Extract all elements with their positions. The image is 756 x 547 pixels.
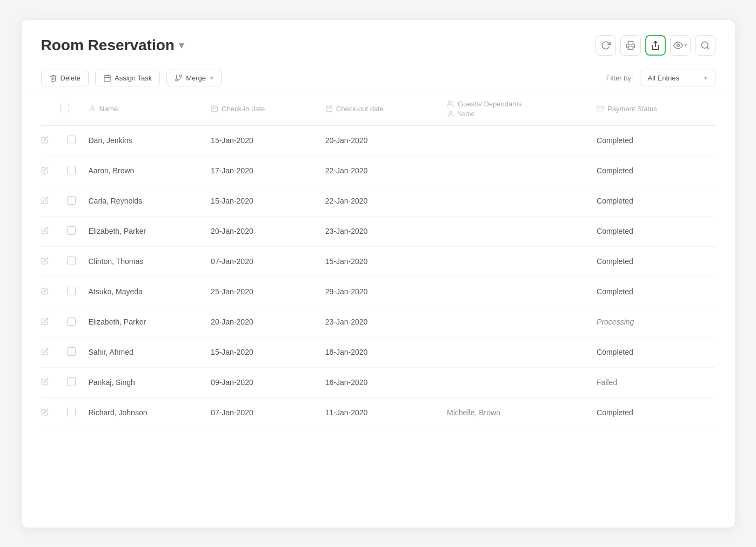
name-cell: Sahir, Ahmed [82,337,205,367]
guests-cell [440,337,590,367]
svg-rect-5 [104,75,110,81]
filter-select[interactable]: All Entries ▾ [640,70,715,86]
checkbox-cell[interactable] [61,307,82,337]
payment-cell: Failed [590,367,715,397]
checkin-cell: 17-Jan-2020 [204,156,319,186]
checkbox-cell[interactable] [61,337,82,367]
delete-button[interactable]: Delete [41,70,89,86]
edit-cell[interactable] [41,125,61,156]
checkbox-cell[interactable] [61,397,82,428]
svg-rect-0 [628,46,633,49]
assign-task-label: Assign Task [115,74,152,82]
edit-icon [41,348,49,355]
svg-line-4 [707,47,708,49]
edit-cell[interactable] [41,276,61,307]
guests-cell [440,367,590,397]
share-button[interactable] [645,35,666,56]
svg-rect-17 [326,106,332,112]
edit-cell[interactable] [41,307,61,337]
edit-cell[interactable] [41,216,61,246]
checkin-cell: 15-Jan-2020 [204,186,319,216]
checkbox-cell[interactable] [61,246,82,276]
title-chevron-icon[interactable]: ▾ [179,39,184,51]
row-checkbox[interactable] [67,256,76,265]
checkout-cell: 29-Jan-2020 [319,276,440,307]
app-container: Room Reservation ▾ [22,20,735,528]
col-checkin-label: Check-in date [222,105,265,113]
table-wrap: Name Check-in date Check-out date [22,92,735,444]
col-guests-sub-label: Name [457,110,474,118]
edit-icon [41,227,49,234]
checkbox-cell[interactable] [61,156,82,186]
checkbox-cell[interactable] [61,216,82,246]
payment-cell: Completed [590,276,715,307]
guests-cell [440,276,590,307]
name-cell: Pankaj, Singh [82,367,205,397]
guests-cell [440,246,590,276]
edit-cell[interactable] [41,156,61,186]
edit-cell[interactable] [41,186,61,216]
print-button[interactable] [620,35,641,56]
checkout-cell: 20-Jan-2020 [319,125,440,156]
checkbox-cell[interactable] [61,186,82,216]
row-checkbox[interactable] [67,166,76,174]
filter-value: All Entries [648,74,680,82]
row-checkbox[interactable] [67,287,76,295]
edit-cell[interactable] [41,367,61,397]
row-checkbox[interactable] [67,377,76,386]
row-checkbox[interactable] [67,317,76,326]
calendar-checkout-icon [325,105,333,112]
header-actions: ▾ [596,35,715,56]
guests-cell [440,156,590,186]
checkin-cell: 20-Jan-2020 [204,307,319,337]
checkbox-cell[interactable] [61,367,82,397]
view-button[interactable]: ▾ [670,35,691,56]
guests-cell [440,307,590,337]
name-cell: Richard, Johnson [82,397,205,428]
table-body: Dan, Jenkins 15-Jan-2020 20-Jan-2020 Com… [41,125,715,428]
th-name: Name [82,92,205,126]
table-row: Clinton, Thomas 07-Jan-2020 15-Jan-2020 … [41,246,715,276]
checkout-cell: 22-Jan-2020 [319,156,440,186]
payment-cell: Completed [590,246,715,276]
table-header-row: Name Check-in date Check-out date [41,92,715,126]
row-checkbox[interactable] [67,136,76,144]
row-checkbox[interactable] [67,347,76,356]
name-cell: Carla, Reynolds [82,186,205,216]
row-checkbox[interactable] [67,196,76,205]
th-checkout: Check-out date [319,92,440,126]
name-cell: Elizabeth, Parker [82,307,205,337]
th-payment: Payment Status [590,92,715,126]
table-row: Atsuko, Mayeda 25-Jan-2020 29-Jan-2020 C… [41,276,715,307]
share-icon [651,40,660,50]
checkbox-cell[interactable] [61,125,82,156]
checkin-cell: 15-Jan-2020 [204,337,319,367]
assign-task-button[interactable]: Assign Task [95,70,160,86]
edit-cell[interactable] [41,246,61,276]
table-row: Richard, Johnson 07-Jan-2020 11-Jan-2020… [41,397,715,428]
eye-icon [673,40,683,50]
col-checkout-label: Check-out date [336,105,384,113]
checkbox-cell[interactable] [61,276,82,307]
calendar-checkin-icon [211,105,218,112]
edit-cell[interactable] [41,397,61,428]
checkout-cell: 18-Jan-2020 [319,337,440,367]
merge-label: Merge [186,74,206,82]
name-cell: Dan, Jenkins [82,125,205,156]
checkin-cell: 15-Jan-2020 [204,125,319,156]
merge-button[interactable]: Merge ▾ [166,70,222,86]
header-checkbox[interactable] [61,104,69,112]
search-button[interactable] [695,35,715,56]
edit-cell[interactable] [41,337,61,367]
payment-cell: Processing [590,307,715,337]
table-row: Aaron, Brown 17-Jan-2020 22-Jan-2020 Com… [41,156,715,186]
filter-chevron-icon: ▾ [704,75,707,82]
checkin-cell: 20-Jan-2020 [204,216,319,246]
delete-label: Delete [61,74,81,82]
row-checkbox[interactable] [67,226,76,235]
refresh-button[interactable] [596,35,616,56]
row-checkbox[interactable] [67,408,76,416]
edit-icon [41,197,49,204]
title-text: Room Reservation [41,37,175,54]
edit-icon [41,287,49,295]
